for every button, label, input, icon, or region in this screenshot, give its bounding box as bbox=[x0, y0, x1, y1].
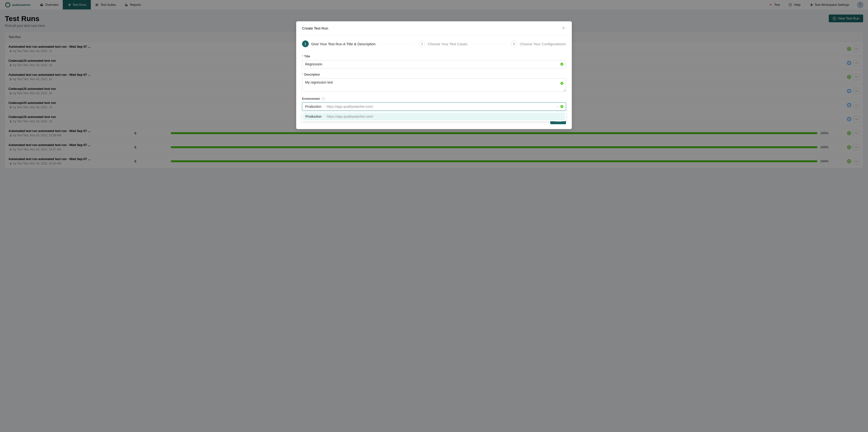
check-icon bbox=[560, 105, 564, 108]
close-icon bbox=[562, 26, 565, 30]
title-label: *Title bbox=[302, 55, 566, 58]
chevron-down-icon bbox=[556, 105, 559, 108]
title-input[interactable] bbox=[302, 60, 566, 68]
environment-option[interactable]: Production https://app.qualitywatcher.co… bbox=[303, 113, 565, 120]
description-label: *Description bbox=[302, 73, 566, 76]
environment-select[interactable]: Production https://app.qualitywatcher.co… bbox=[302, 102, 566, 111]
step-1: 1 Give Your Test Run A Title & Descripti… bbox=[302, 40, 376, 47]
create-test-run-modal: Create Test Run 1 Give Your Test Run A T… bbox=[296, 21, 572, 129]
description-input[interactable] bbox=[302, 78, 566, 92]
modal-title: Create Test Run bbox=[302, 26, 328, 30]
step-2: 2 Choose Your Test Cases bbox=[418, 40, 467, 47]
stepper: 1 Give Your Test Run A Title & Descripti… bbox=[302, 40, 566, 47]
environment-dropdown: Production https://app.qualitywatcher.co… bbox=[302, 112, 566, 121]
environment-label: Environment? bbox=[302, 97, 566, 100]
check-icon bbox=[560, 82, 564, 85]
check-icon bbox=[560, 62, 564, 66]
step-3: 3 Choose Your Configuration/s bbox=[510, 40, 566, 47]
modal-overlay: Create Test Run 1 Give Your Test Run A T… bbox=[0, 0, 868, 432]
help-icon: ? bbox=[321, 97, 325, 100]
close-button[interactable] bbox=[561, 26, 566, 31]
